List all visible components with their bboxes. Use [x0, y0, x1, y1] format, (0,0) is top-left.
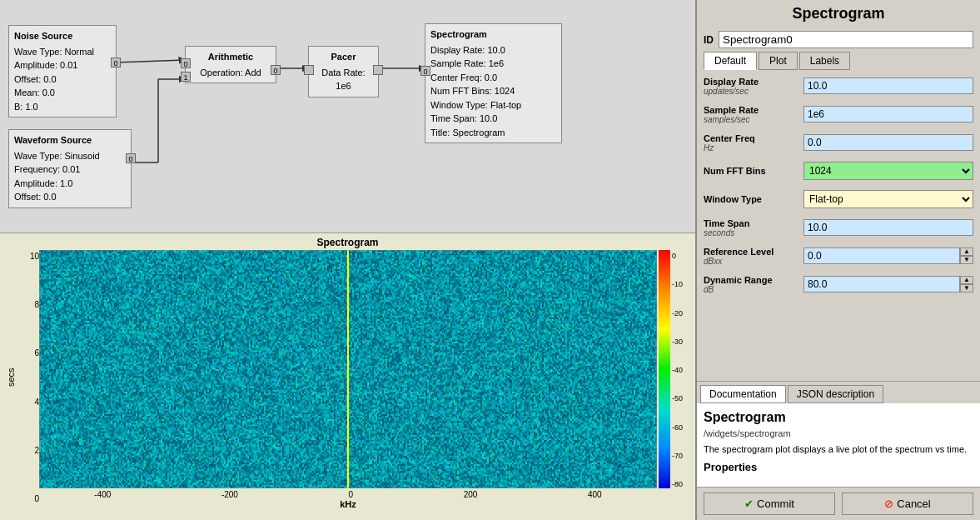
noise-amplitude: Amplitude: 0.01 [14, 58, 111, 72]
prop-time-span-input[interactable] [803, 219, 973, 236]
panel-title: Spectrogram [702, 5, 975, 22]
colorbar-labels: 0 -10 -20 -30 -40 -50 -60 -70 -80 [672, 250, 692, 488]
prop-num-fft: Num FFT Bins 1024 512 2048 [704, 158, 973, 183]
prop-center-freq: Center Freq Hz [704, 130, 973, 155]
id-input[interactable] [719, 31, 973, 48]
arith-out: 0 [271, 65, 281, 75]
prop-num-fft-select[interactable]: 1024 512 2048 [803, 162, 973, 180]
spec-center-freq: Center Freq: 0.0 [430, 71, 556, 85]
noise-mean: Mean: 0.0 [14, 86, 111, 100]
prop-time-span: Time Span seconds [704, 215, 973, 240]
prop-center-freq-label: Center Freq [704, 133, 803, 143]
pacer-out [373, 65, 383, 75]
waveform-source-node: Waveform Source Wave Type: Sinusoid Freq… [8, 129, 132, 208]
ref-level-up[interactable]: ▲ [960, 248, 973, 256]
prop-sample-rate: Sample Rate samples/sec [704, 102, 973, 127]
spec-num-fft: Num FFT Bins: 1024 [430, 84, 556, 98]
svg-line-0 [115, 60, 185, 62]
pacer-title: Pacer [314, 50, 373, 64]
prop-sample-rate-sub: samples/sec [704, 115, 803, 124]
pacer-in [304, 65, 314, 75]
spectrogram-plot [39, 250, 657, 488]
noise-out-port: 0 [111, 58, 121, 68]
arithmetic-node: Arithmetic Operation: Add 0 1 0 [185, 46, 276, 83]
spec-display-rate: Display Rate: 10.0 [430, 43, 556, 58]
tab-plot[interactable]: Plot [759, 52, 798, 70]
prop-display-rate-label: Display Rate [704, 77, 803, 87]
cancel-circle-icon: ⊘ [884, 498, 893, 510]
prop-sample-rate-input[interactable] [803, 106, 973, 122]
tab-labels[interactable]: Labels [799, 52, 850, 70]
spectrogram-flow-title: Spectrogram [430, 28, 556, 42]
prop-display-rate: Display Rate updates/sec [704, 73, 973, 98]
y-axis: 10 8 6 4 2 0 [18, 250, 39, 505]
noise-source-title: Noise Source [14, 29, 111, 43]
doc-properties-heading: Properties [704, 461, 973, 473]
prop-display-rate-sub: updates/sec [704, 87, 803, 96]
spec-sample-rate: Sample Rate: 1e6 [430, 57, 556, 71]
arithmetic-title: Arithmetic [191, 50, 271, 64]
prop-ref-level-label: Reference Level [704, 247, 803, 257]
tab-default[interactable]: Default [704, 52, 757, 70]
commit-label: Commit [757, 498, 794, 510]
prop-ref-level-input[interactable] [803, 248, 960, 264]
spec-in: 0 [420, 66, 430, 76]
waveform-amplitude: Amplitude: 1.0 [14, 177, 126, 191]
prop-window-type-label: Window Type [704, 194, 803, 204]
cancel-label: Cancel [897, 498, 930, 510]
prop-center-freq-input[interactable] [803, 134, 973, 151]
doc-title: Spectrogram [704, 410, 973, 425]
arithmetic-operation: Operation: Add [191, 66, 271, 80]
spec-title-prop: Title: Spectrogram [430, 126, 556, 140]
x-axis-label: kHz [39, 499, 657, 509]
waveform-wave-type: Wave Type: Sinusoid [14, 149, 126, 163]
commit-check-icon: ✔ [744, 498, 754, 510]
prop-window-type-select[interactable]: Flat-top Hamming Hann Blackman Rectangul… [803, 190, 973, 208]
waveform-frequency: Frequency: 0.01 [14, 162, 126, 177]
y-axis-label: secs [3, 250, 18, 505]
noise-offset: Offset: 0.0 [14, 72, 111, 87]
arith-in1: 1 [181, 72, 191, 82]
prop-time-span-label: Time Span [704, 218, 803, 228]
waveform-offset: Offset: 0.0 [14, 190, 126, 204]
pacer-node: Pacer Data Rate: 1e6 [308, 46, 379, 98]
prop-center-freq-sub: Hz [704, 143, 803, 152]
prop-dyn-range-label: Dynamic Range [704, 275, 803, 285]
doc-tab-documentation[interactable]: Documentation [700, 385, 786, 403]
id-label: ID [704, 34, 714, 46]
waveform-out-port: 0 [126, 153, 136, 163]
cancel-button[interactable]: ⊘ Cancel [842, 492, 973, 515]
prop-sample-rate-label: Sample Rate [704, 105, 803, 115]
prop-dyn-range: Dynamic Range dB ▲ ▼ [704, 272, 973, 297]
prop-dyn-range-sub: dB [704, 285, 803, 294]
dyn-range-down[interactable]: ▼ [960, 284, 973, 292]
ref-level-down[interactable]: ▼ [960, 256, 973, 264]
x-axis: -400 -200 0 200 400 [39, 488, 657, 499]
noise-source-node: Noise Source Wave Type: Normal Amplitude… [8, 25, 117, 118]
noise-wave-type: Wave Type: Normal [14, 45, 111, 59]
doc-path: /widgets/spectrogram [704, 428, 973, 438]
commit-button[interactable]: ✔ Commit [704, 492, 835, 515]
prop-display-rate-input[interactable] [803, 78, 973, 94]
spec-window-type: Window Type: Flat-top [430, 98, 556, 112]
prop-time-span-sub: seconds [704, 228, 803, 238]
prop-ref-level: Reference Level dBxx ▲ ▼ [704, 243, 973, 268]
plot-title: Spectrogram [3, 237, 692, 248]
arith-in0: 0 [181, 58, 191, 68]
prop-dyn-range-input[interactable] [803, 276, 960, 292]
prop-num-fft-label: Num FFT Bins [704, 166, 803, 176]
spec-time-span: Time Span: 10.0 [430, 112, 556, 126]
waveform-source-title: Waveform Source [14, 133, 126, 148]
prop-ref-level-sub: dBxx [704, 257, 803, 266]
doc-text: The spectrogram plot displays a live plo… [704, 443, 973, 456]
prop-window-type: Window Type Flat-top Hamming Hann Blackm… [704, 187, 973, 212]
spectrogram-flow-node: Spectrogram Display Rate: 10.0 Sample Ra… [425, 23, 562, 143]
doc-tab-json[interactable]: JSON description [788, 385, 883, 403]
noise-b: B: 1.0 [14, 100, 111, 114]
colorbar-gradient [659, 250, 670, 488]
pacer-data-rate: Data Rate: 1e6 [314, 66, 373, 93]
dyn-range-up[interactable]: ▲ [960, 276, 973, 284]
